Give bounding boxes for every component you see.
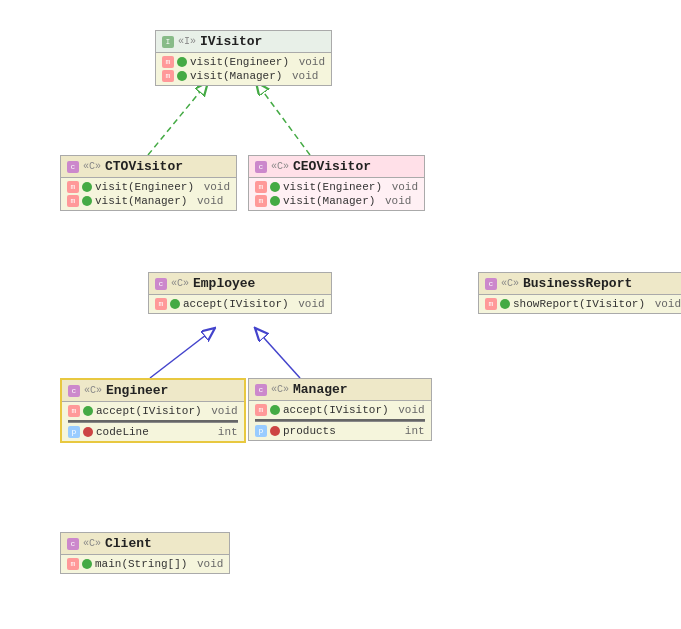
engineer-header: c «C» Engineer: [62, 380, 244, 402]
class-icon-cto: c: [67, 161, 79, 173]
method-icon-ceo-1: m: [255, 181, 267, 193]
vis-icon-ceo-2: [270, 196, 280, 206]
method-text-emp-1: accept(IVisitor): [183, 298, 289, 310]
manager-divider: [255, 419, 425, 422]
ceovisitor-method-2: m visit(Manager) void: [255, 194, 418, 208]
engineer-body: m accept(IVisitor) void p codeLine int: [62, 402, 244, 441]
manager-name: Manager: [293, 382, 348, 397]
ctovisitor-method-1: m visit(Engineer) void: [67, 180, 230, 194]
method-type-client-1: void: [190, 558, 223, 570]
class-icon-br: c: [485, 278, 497, 290]
method-text-cto-2: visit(Manager): [95, 195, 187, 207]
class-businessreport[interactable]: c «C» BusinessReport m showReport(IVisit…: [478, 272, 681, 314]
vis-icon-eng-1: [83, 406, 93, 416]
ctovisitor-method-2: m visit(Manager) void: [67, 194, 230, 208]
method-type-1: void: [292, 56, 325, 68]
client-body: m main(String[]) void: [61, 555, 229, 573]
br-stereotype: «C»: [501, 278, 519, 289]
method-text-br-1: showReport(IVisitor): [513, 298, 645, 310]
engineer-name: Engineer: [106, 383, 168, 398]
employee-method-1: m accept(IVisitor) void: [155, 297, 325, 311]
class-icon-eng: c: [68, 385, 80, 397]
ctovisitor-header: c «C» CTOVisitor: [61, 156, 236, 178]
ivisitor-header: I «I» IVisitor: [156, 31, 331, 53]
method-icon-emp-1: m: [155, 298, 167, 310]
businessreport-header: c «C» BusinessReport: [479, 273, 681, 295]
engineer-stereotype: «C»: [84, 385, 102, 396]
method-type-ceo-1: void: [385, 181, 418, 193]
ivisitor-method-1: m visit(Engineer) void: [162, 55, 325, 69]
vis-icon-ceo-1: [270, 182, 280, 192]
class-icon-client: c: [67, 538, 79, 550]
br-body: m showReport(IVisitor) void: [479, 295, 681, 313]
svg-line-3: [255, 328, 300, 378]
vis-icon-cto-1: [82, 182, 92, 192]
ceovisitor-stereotype: «C»: [271, 161, 289, 172]
method-icon-client-1: m: [67, 558, 79, 570]
client-name: Client: [105, 536, 152, 551]
class-ctovisitor[interactable]: c «C» CTOVisitor m visit(Engineer) void …: [60, 155, 237, 211]
method-icon-cto-2: m: [67, 195, 79, 207]
ceovisitor-name: CEOVisitor: [293, 159, 371, 174]
class-ivisitor[interactable]: I «I» IVisitor m visit(Engineer) void m …: [155, 30, 332, 86]
ctovisitor-stereotype: «C»: [83, 161, 101, 172]
engineer-divider: [68, 420, 238, 423]
engineer-method-1: m accept(IVisitor) void: [68, 404, 238, 418]
prop-type-eng-1: int: [191, 426, 237, 438]
method-icon-2: m: [162, 70, 174, 82]
svg-line-2: [150, 328, 215, 378]
method-type-cto-2: void: [190, 195, 223, 207]
vis-icon-1: [177, 57, 187, 67]
method-text-client-1: main(String[]): [95, 558, 187, 570]
manager-header: c «C» Manager: [249, 379, 431, 401]
class-icon-mgr: c: [255, 384, 267, 396]
ceovisitor-method-1: m visit(Engineer) void: [255, 180, 418, 194]
class-employee[interactable]: c «C» Employee m accept(IVisitor) void: [148, 272, 332, 314]
vis-icon-eng-p1: [83, 427, 93, 437]
employee-name: Employee: [193, 276, 255, 291]
method-icon-eng-1: m: [68, 405, 80, 417]
method-text-ceo-1: visit(Engineer): [283, 181, 382, 193]
class-engineer[interactable]: c «C» Engineer m accept(IVisitor) void p…: [60, 378, 246, 443]
prop-icon-mgr-1: p: [255, 425, 267, 437]
class-ceovisitor[interactable]: c «C» CEOVisitor m visit(Engineer) void …: [248, 155, 425, 211]
prop-icon-eng-1: p: [68, 426, 80, 438]
method-icon-1: m: [162, 56, 174, 68]
diagram-container: I «I» IVisitor m visit(Engineer) void m …: [0, 0, 681, 629]
engineer-prop-1: p codeLine int: [68, 425, 238, 439]
vis-icon-2: [177, 71, 187, 81]
class-icon-ceo: c: [255, 161, 267, 173]
method-icon-cto-1: m: [67, 181, 79, 193]
method-type-br-1: void: [648, 298, 681, 310]
vis-icon-br-1: [500, 299, 510, 309]
manager-body: m accept(IVisitor) void p products int: [249, 401, 431, 440]
ceovisitor-body: m visit(Engineer) void m visit(Manager) …: [249, 178, 424, 210]
method-text-ceo-2: visit(Manager): [283, 195, 375, 207]
class-manager[interactable]: c «C» Manager m accept(IVisitor) void p …: [248, 378, 432, 441]
class-icon-employee: c: [155, 278, 167, 290]
svg-line-1: [256, 82, 310, 155]
method-type-cto-1: void: [197, 181, 230, 193]
ctovisitor-body: m visit(Engineer) void m visit(Manager) …: [61, 178, 236, 210]
employee-header: c «C» Employee: [149, 273, 331, 295]
method-type-mgr-1: void: [392, 404, 425, 416]
method-text-mgr-1: accept(IVisitor): [283, 404, 389, 416]
ivisitor-body: m visit(Engineer) void m visit(Manager) …: [156, 53, 331, 85]
ctovisitor-name: CTOVisitor: [105, 159, 183, 174]
client-header: c «C» Client: [61, 533, 229, 555]
client-method-1: m main(String[]) void: [67, 557, 223, 571]
prop-text-eng-1: codeLine: [96, 426, 149, 438]
method-text-eng-1: accept(IVisitor): [96, 405, 202, 417]
class-client[interactable]: c «C» Client m main(String[]) void: [60, 532, 230, 574]
ivisitor-method-2: m visit(Manager) void: [162, 69, 325, 83]
method-type-eng-1: void: [205, 405, 238, 417]
ivisitor-stereotype: «I»: [178, 36, 196, 47]
prop-text-mgr-1: products: [283, 425, 336, 437]
svg-line-0: [148, 82, 208, 155]
method-icon-br-1: m: [485, 298, 497, 310]
manager-stereotype: «C»: [271, 384, 289, 395]
method-type-2: void: [285, 70, 318, 82]
method-type-ceo-2: void: [378, 195, 411, 207]
ivisitor-name: IVisitor: [200, 34, 262, 49]
interface-icon: I: [162, 36, 174, 48]
